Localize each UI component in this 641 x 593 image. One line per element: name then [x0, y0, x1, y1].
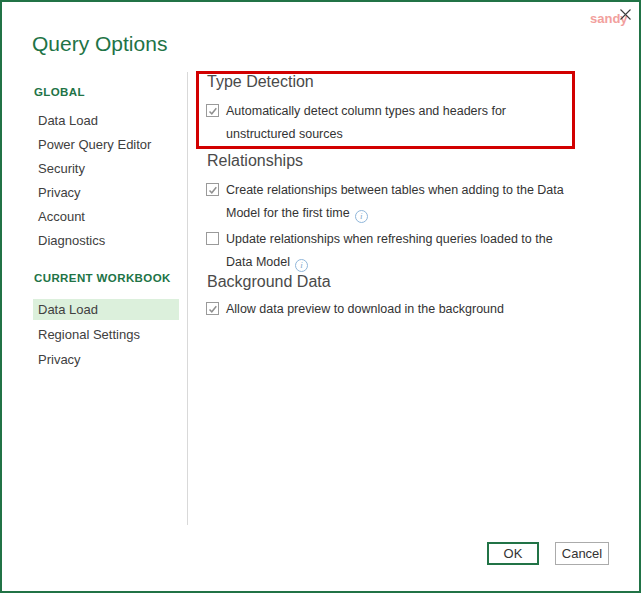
- sidebar-item-power-query-editor[interactable]: Power Query Editor: [33, 133, 179, 157]
- info-icon[interactable]: i: [355, 210, 368, 223]
- cancel-button[interactable]: Cancel: [555, 542, 609, 565]
- sidebar-global-list: Data Load Power Query Editor Security Pr…: [33, 109, 179, 253]
- checkbox-create-relationships[interactable]: [206, 183, 219, 196]
- sidebar-item-data-load-global[interactable]: Data Load: [33, 109, 179, 133]
- section-heading-background-data: Background Data: [207, 273, 331, 291]
- checkbox-update-relationships[interactable]: [206, 232, 219, 245]
- close-x-glyph: [619, 8, 632, 21]
- sidebar-header-current-workbook: CURRENT WORKBOOK: [34, 272, 171, 284]
- checkmark-icon: [207, 303, 219, 315]
- section-heading-type-detection: Type Detection: [207, 73, 314, 91]
- sidebar-workbook-list: Data Load Regional Settings Privacy: [33, 297, 179, 372]
- option-label-text: Create relationships between tables when…: [226, 183, 564, 220]
- sidebar-item-privacy-workbook[interactable]: Privacy: [33, 347, 179, 372]
- sidebar-item-regional-settings[interactable]: Regional Settings: [33, 322, 179, 347]
- close-icon[interactable]: [614, 4, 636, 24]
- option-auto-detect-types: Automatically detect column types and he…: [206, 100, 578, 146]
- option-allow-background-preview: Allow data preview to download in the ba…: [206, 298, 504, 321]
- info-icon[interactable]: i: [295, 259, 308, 272]
- sidebar-item-account[interactable]: Account: [33, 205, 179, 229]
- sidebar-divider: [187, 72, 188, 525]
- option-label: Update relationships when refreshing que…: [226, 228, 572, 274]
- checkbox-allow-background-preview[interactable]: [206, 302, 219, 315]
- checkbox-auto-detect-types[interactable]: [206, 104, 219, 117]
- option-label: Automatically detect column types and he…: [226, 100, 578, 146]
- checkmark-icon: [207, 184, 219, 196]
- option-label: Allow data preview to download in the ba…: [226, 298, 504, 321]
- sidebar-item-diagnostics[interactable]: Diagnostics: [33, 229, 179, 253]
- dialog-title: Query Options: [32, 32, 167, 56]
- option-create-relationships: Create relationships between tables when…: [206, 179, 598, 225]
- query-options-dialog: Query Options sandy GLOBAL Data Load Pow…: [0, 0, 641, 593]
- sidebar-item-privacy-global[interactable]: Privacy: [33, 181, 179, 205]
- option-label-text: Update relationships when refreshing que…: [226, 232, 553, 269]
- sidebar-header-global: GLOBAL: [34, 86, 85, 98]
- sidebar-item-data-load-workbook[interactable]: Data Load: [33, 299, 179, 320]
- ok-button[interactable]: OK: [487, 542, 539, 565]
- section-heading-relationships: Relationships: [207, 152, 303, 170]
- sidebar-item-security[interactable]: Security: [33, 157, 179, 181]
- option-label: Create relationships between tables when…: [226, 179, 598, 225]
- checkmark-icon: [207, 105, 219, 117]
- option-update-relationships: Update relationships when refreshing que…: [206, 228, 572, 274]
